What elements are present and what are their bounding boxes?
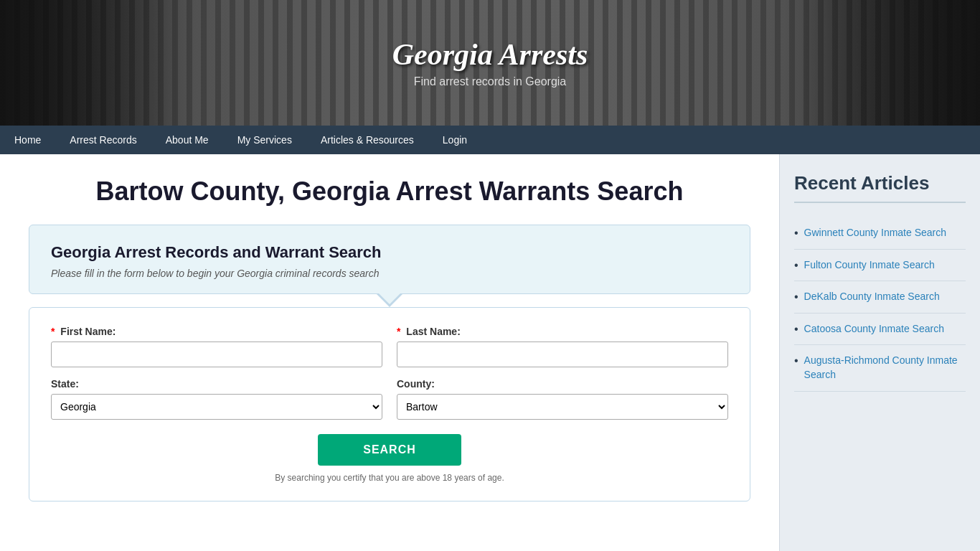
arrow-down-decoration	[377, 294, 402, 307]
site-header: Georgia Arrests Find arrest records in G…	[0, 0, 980, 126]
sidebar: Recent Articles • Gwinnett County Inmate…	[779, 154, 980, 551]
county-select[interactable]: Bartow	[397, 394, 728, 420]
state-group: State: Georgia	[51, 378, 382, 420]
bullet-icon: •	[794, 323, 798, 336]
bullet-icon: •	[794, 354, 798, 367]
list-item: • Catoosa County Inmate Search	[794, 314, 966, 346]
main-wrapper: Bartow County, Georgia Arrest Warrants S…	[0, 154, 980, 551]
county-group: County: Bartow	[397, 378, 728, 420]
state-label: State:	[51, 378, 382, 390]
page-title: Bartow County, Georgia Arrest Warrants S…	[29, 176, 750, 207]
site-title: Georgia Arrests	[392, 37, 588, 72]
last-name-required: *	[397, 326, 400, 337]
state-select[interactable]: Georgia	[51, 394, 382, 420]
nav-login[interactable]: Login	[428, 126, 481, 154]
list-item: • Gwinnett County Inmate Search	[794, 217, 966, 250]
bullet-icon: •	[794, 259, 798, 272]
recent-articles-list: • Gwinnett County Inmate Search • Fulton…	[794, 217, 966, 392]
nav-my-services[interactable]: My Services	[223, 126, 306, 154]
search-box-title: Georgia Arrest Records and Warrant Searc…	[51, 243, 728, 262]
bullet-icon: •	[794, 291, 798, 303]
search-box-subtitle: Please fill in the form below to begin y…	[51, 268, 728, 279]
content-area: Bartow County, Georgia Arrest Warrants S…	[0, 154, 779, 551]
first-name-required: *	[51, 326, 55, 337]
article-link-5[interactable]: Augusta-Richmond County Inmate Search	[804, 354, 966, 382]
list-item: • Augusta-Richmond County Inmate Search	[794, 345, 966, 391]
list-item: • Fulton County Inmate Search	[794, 250, 966, 282]
header-content: Georgia Arrests Find arrest records in G…	[392, 37, 588, 88]
article-link-1[interactable]: Gwinnett County Inmate Search	[804, 226, 946, 240]
first-name-group: * First Name:	[51, 326, 382, 367]
location-row: State: Georgia County: Bartow	[51, 378, 728, 420]
search-button[interactable]: SEARCH	[318, 434, 461, 466]
hand-left-decoration	[0, 0, 179, 126]
main-nav: Home Arrest Records About Me My Services…	[0, 126, 980, 154]
search-info-box: Georgia Arrest Records and Warrant Searc…	[29, 225, 750, 294]
article-link-2[interactable]: Fulton County Inmate Search	[804, 258, 935, 273]
sidebar-title: Recent Articles	[794, 172, 966, 203]
search-form: * First Name: * Last Name: State:	[29, 307, 750, 501]
list-item: • DeKalb County Inmate Search	[794, 281, 966, 314]
site-subtitle: Find arrest records in Georgia	[392, 75, 588, 88]
hand-right-decoration	[801, 0, 980, 126]
article-link-4[interactable]: Catoosa County Inmate Search	[804, 322, 944, 336]
name-row: * First Name: * Last Name:	[51, 326, 728, 367]
last-name-input[interactable]	[397, 342, 728, 367]
bullet-icon: •	[794, 227, 798, 240]
last-name-group: * Last Name:	[397, 326, 728, 367]
first-name-label: * First Name:	[51, 326, 382, 337]
last-name-label: * Last Name:	[397, 326, 728, 337]
nav-home[interactable]: Home	[0, 126, 55, 154]
first-name-input[interactable]	[51, 342, 382, 367]
nav-articles-resources[interactable]: Articles & Resources	[306, 126, 428, 154]
article-link-3[interactable]: DeKalb County Inmate Search	[804, 290, 940, 304]
nav-arrest-records[interactable]: Arrest Records	[55, 126, 151, 154]
nav-about-me[interactable]: About Me	[151, 126, 223, 154]
county-label: County:	[397, 378, 728, 390]
certify-text: By searching you certify that you are ab…	[51, 473, 728, 483]
